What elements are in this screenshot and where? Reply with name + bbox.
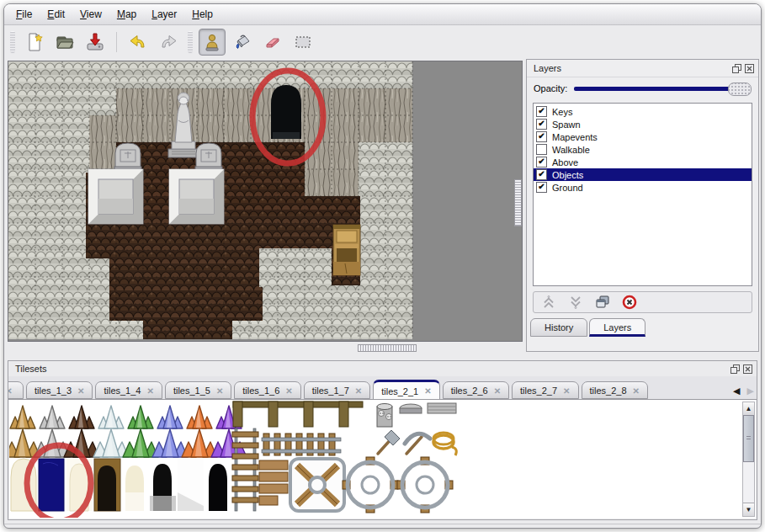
open-map-button[interactable] — [51, 29, 78, 56]
duplicate-layer-icon — [595, 295, 610, 310]
layer-row-keys[interactable]: ✔ Keys — [534, 105, 752, 118]
layer-visibility-checkbox[interactable]: ✔ — [536, 182, 547, 193]
map-horizontal-scrollbar[interactable] — [358, 344, 417, 352]
scrollbar-down-icon[interactable]: ▼ — [743, 503, 754, 516]
tileset-tab-tiles_2_8[interactable]: tiles_2_8 ✕ — [582, 381, 648, 399]
save-map-button[interactable] — [82, 29, 109, 56]
tileset-tab-label: tiles_1_4 — [104, 386, 141, 396]
layer-visibility-checkbox[interactable]: ✔ — [536, 169, 547, 180]
duplicate-layer-button[interactable] — [594, 295, 611, 310]
layer-row-walkable[interactable]: Walkable — [534, 143, 752, 156]
eraser-tool-button[interactable] — [259, 29, 286, 56]
layer-visibility-checkbox[interactable] — [536, 144, 547, 155]
scrollbar-thumb[interactable] — [743, 415, 754, 462]
tab-layers-label: Layers — [603, 322, 631, 332]
opacity-row: Opacity: — [527, 77, 758, 99]
delete-layer-button[interactable] — [621, 295, 638, 310]
save-icon — [84, 31, 106, 53]
tileset-tab-tiles_1_7[interactable]: tiles_1_7 ✕ — [304, 381, 370, 399]
menu-item-layer[interactable]: Layer — [145, 7, 183, 22]
check-icon: ✔ — [538, 169, 545, 178]
fill-tool-button[interactable] — [229, 29, 256, 56]
tileset-tab-tiles_1_3[interactable]: tiles_1_3 ✕ — [26, 381, 93, 399]
scroll-tabs-right-icon[interactable]: ▶ — [747, 386, 754, 396]
scroll-tabs-left-icon[interactable]: ◀ — [733, 386, 740, 396]
menu-item-edit[interactable]: Edit — [40, 7, 72, 22]
tilesets-panel-titlebar: Tilesets — [8, 361, 757, 376]
tab-close-icon[interactable]: ✕ — [77, 386, 84, 396]
tab-close-icon[interactable]: ✕ — [8, 386, 13, 396]
layer-visibility-checkbox[interactable]: ✔ — [536, 106, 547, 117]
close-panel-icon[interactable] — [743, 364, 752, 374]
tileset-tab-tiles_2_7[interactable]: tiles_2_7 ✕ — [512, 381, 578, 399]
layer-visibility-checkbox[interactable]: ✔ — [536, 157, 547, 168]
tab-history[interactable]: History — [530, 318, 587, 337]
tileset-tab-5[interactable]: 5 ✕ — [8, 381, 24, 399]
tileset-canvas[interactable] — [9, 400, 741, 518]
tileset-tab-tiles_1_5[interactable]: tiles_1_5 ✕ — [165, 381, 231, 399]
tomb-platform-sprite — [88, 169, 143, 224]
tileset-tab-strip: 5 ✕ tiles_1_3 ✕ tiles_1_4 ✕ tiles_1_5 ✕ … — [8, 376, 757, 400]
zoom-level: 100% — [719, 528, 742, 529]
menu-item-help[interactable]: Help — [185, 7, 220, 22]
float-panel-icon[interactable] — [730, 364, 740, 374]
tileset-tab-label: tiles_1_6 — [242, 386, 279, 396]
layer-row-above[interactable]: ✔ Above — [534, 156, 752, 168]
layer-name: Objects — [552, 170, 583, 180]
layer-name: Above — [552, 157, 578, 168]
tab-layers[interactable]: Layers — [589, 318, 645, 337]
layer-row-objects[interactable]: ✔ Objects — [534, 168, 752, 181]
opacity-slider[interactable] — [574, 82, 752, 95]
layer-name: Keys — [552, 107, 572, 117]
resize-grip[interactable] — [747, 528, 760, 529]
tileset-tab-tiles_2_1[interactable]: tiles_2_1 ✕ — [373, 380, 439, 400]
tab-close-icon[interactable]: ✕ — [285, 386, 292, 396]
menu-item-file[interactable]: File — [9, 7, 39, 22]
toolbar-separator — [116, 32, 117, 52]
stamp-tool-icon — [201, 31, 223, 53]
layer-row-ground[interactable]: ✔ Ground — [534, 181, 752, 194]
map-vertical-scrollbar[interactable] — [514, 179, 522, 226]
tab-close-icon[interactable]: ✕ — [633, 386, 640, 396]
tab-close-icon[interactable]: ✕ — [355, 386, 362, 396]
delete-layer-icon — [622, 295, 637, 310]
check-icon: ✔ — [538, 106, 545, 115]
layer-row-spawn[interactable]: ✔ Spawn — [534, 118, 752, 130]
tab-close-icon[interactable]: ✕ — [494, 386, 501, 396]
menu-item-view[interactable]: View — [73, 7, 109, 22]
undo-button[interactable] — [125, 29, 151, 56]
move-layer-down-button[interactable] — [567, 295, 584, 310]
scrollbar-up-icon[interactable]: ▲ — [743, 402, 754, 416]
layer-row-mapevents[interactable]: ✔ Mapevents — [534, 130, 752, 143]
tileset-tab-tiles_1_6[interactable]: tiles_1_6 ✕ — [234, 381, 300, 399]
tilesets-panel: Tilesets 5 ✕ tiles_1_3 ✕ — [8, 360, 757, 520]
tileset-tab-label: tiles_1_5 — [173, 386, 210, 396]
tileset-tab-tiles_1_4[interactable]: tiles_1_4 ✕ — [95, 381, 162, 399]
redo-button[interactable] — [155, 29, 182, 56]
tileset-vertical-scrollbar[interactable]: ▲ ▼ — [742, 402, 755, 517]
menu-item-map[interactable]: Map — [110, 7, 143, 22]
new-map-button[interactable] — [21, 29, 48, 56]
layer-visibility-checkbox[interactable]: ✔ — [536, 119, 547, 130]
map-view-panel — [8, 61, 523, 342]
new-file-icon — [24, 31, 45, 53]
toolbar-drag-handle[interactable] — [10, 31, 15, 53]
float-panel-icon[interactable] — [732, 64, 741, 73]
select-tool-button[interactable] — [290, 29, 316, 56]
select-tool-icon — [292, 31, 314, 53]
tab-close-icon[interactable]: ✕ — [424, 386, 431, 396]
close-panel-icon[interactable] — [745, 64, 754, 73]
layer-visibility-checkbox[interactable]: ✔ — [536, 131, 547, 142]
stamp-tool-button[interactable] — [199, 29, 226, 56]
opacity-slider-thumb[interactable] — [728, 82, 752, 96]
tileset-tab-tiles_2_6[interactable]: tiles_2_6 ✕ — [443, 381, 509, 399]
toolbar-drag-handle-2[interactable] — [188, 31, 193, 53]
tab-close-icon[interactable]: ✕ — [146, 386, 153, 396]
map-canvas[interactable] — [8, 61, 522, 341]
move-layer-up-button[interactable] — [540, 295, 557, 310]
tileset-tab-label: tiles_1_3 — [35, 386, 72, 396]
tab-close-icon[interactable]: ✕ — [563, 386, 570, 396]
opacity-label: Opacity: — [534, 83, 567, 93]
cabinet-sprite — [333, 225, 360, 275]
tab-close-icon[interactable]: ✕ — [216, 386, 223, 396]
